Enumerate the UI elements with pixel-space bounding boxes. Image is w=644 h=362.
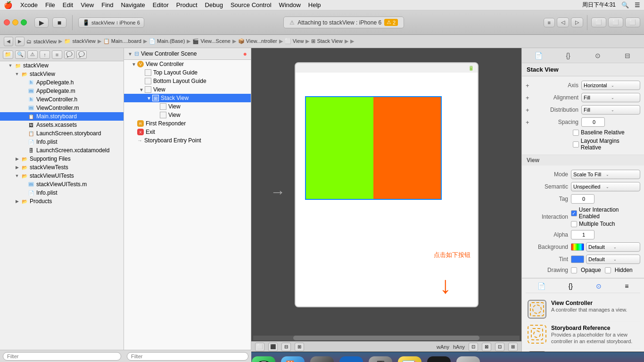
canvas-zoom-btn-1[interactable]: ⊡ — [469, 343, 478, 351]
scheme-picker[interactable]: 📱 stackView | iPhone 6 — [78, 17, 144, 28]
green-view[interactable] — [306, 97, 373, 199]
sidebar-item-stackviewtests[interactable]: 📂 stackViewTests — [0, 163, 124, 172]
scene-item-bottom-layout[interactable]: ▼ Bottom Layout Guide — [124, 77, 251, 85]
sidebar-icon-2[interactable]: 🔍 — [15, 50, 25, 59]
menu-navigate[interactable]: Navigate — [121, 1, 145, 8]
scene-item-first-responder[interactable]: ▼ R First Responder — [124, 119, 251, 128]
scene-item-view-child-2[interactable]: ▼ View — [124, 111, 251, 119]
background-color-swatch[interactable] — [571, 243, 584, 251]
sidebar-icon-3[interactable]: ⚠ — [27, 50, 38, 59]
obj-item-storyboard-ref[interactable]: Storyboard Reference Provides a placehol… — [526, 322, 640, 348]
scene-item-top-layout[interactable]: ▼ Top Layout Guide — [124, 68, 251, 77]
menu-source-control[interactable]: Source Control — [231, 1, 272, 8]
menu-editor[interactable]: Editor — [153, 1, 169, 8]
canvas-layout-btn-1[interactable]: ⬜ — [255, 343, 264, 351]
breadcrumb-viewcontroller[interactable]: 📦 View...ntroller — [238, 38, 277, 44]
zoom-window-button[interactable] — [21, 19, 27, 25]
dock-terminal[interactable]: ⌨ — [427, 356, 451, 362]
breadcrumb-mainboard[interactable]: 📋 Main....board — [103, 38, 141, 44]
sidebar-item-stackviewuitests[interactable]: 📂 stackViewUITests — [0, 172, 124, 180]
tag-input[interactable] — [571, 194, 594, 204]
dock-trash[interactable]: 🗑 — [456, 356, 480, 362]
scene-item-view[interactable]: ▼ View — [124, 85, 251, 94]
menu-product[interactable]: Product — [176, 1, 198, 8]
sidebar-item-viewcontroller-h[interactable]: h ViewController.h — [0, 95, 124, 104]
canvas-layout-btn-2[interactable]: ⬛ — [268, 343, 278, 351]
inspector-icon-attrs[interactable]: ⊟ — [622, 50, 633, 61]
canvas-zoom-btn-2[interactable]: ⊠ — [482, 343, 491, 351]
canvas-zoom-btn-3[interactable]: ⊡ — [495, 343, 504, 351]
distribution-plus-icon[interactable]: + — [526, 107, 533, 114]
alpha-input[interactable] — [571, 230, 594, 239]
sidebar-item-xcdatamodel[interactable]: 🗄 LaunchScreen.xcdatamodeld — [0, 146, 124, 155]
layout-btn-3[interactable]: ⬜ — [625, 17, 640, 27]
sidebar-item-products[interactable]: 📂 Products — [0, 197, 124, 206]
obj-library-icon-2[interactable]: {} — [569, 282, 573, 290]
dock-notes[interactable]: 📝 — [398, 356, 421, 362]
sidebar-item-supporting-files[interactable]: 📂 Supporting Files — [0, 155, 124, 163]
orange-view[interactable] — [373, 97, 441, 199]
menu-window[interactable]: Window — [279, 1, 301, 8]
multiple-touch-checkbox[interactable] — [571, 221, 577, 227]
tint-color-swatch[interactable] — [571, 255, 584, 263]
inspector-icon-file[interactable]: 📄 — [533, 50, 544, 61]
axis-select[interactable]: Horizontal ⌄ — [581, 81, 640, 90]
breadcrumb-stackview[interactable]: stackView — [33, 39, 57, 44]
sidebar-item-launchscreen[interactable]: 📋 LaunchScreen.storyboard — [0, 129, 124, 138]
nav-prev-button[interactable]: ◀ — [4, 37, 13, 46]
search-icon[interactable]: 🔍 — [621, 1, 629, 8]
minimize-window-button[interactable] — [12, 19, 18, 25]
menu-edit[interactable]: Edit — [63, 1, 73, 8]
breadcrumb-stackview-item[interactable]: ⊞ Stack View — [311, 38, 342, 44]
menu-help[interactable]: Help — [308, 1, 321, 8]
canvas-layout-btn-3[interactable]: ⊟ — [281, 343, 291, 351]
sidebar-item-stackview-root[interactable]: 📁 stackView — [0, 61, 124, 70]
alignment-plus-icon[interactable]: + — [526, 94, 533, 101]
obj-item-viewcontroller[interactable]: View Controller A controller that manage… — [526, 297, 640, 322]
alignment-select[interactable]: Fill ⌄ — [581, 93, 640, 102]
run-button[interactable]: ▶ — [34, 17, 49, 28]
close-window-button[interactable] — [4, 19, 10, 25]
panel-toggle-3[interactable]: ▷ — [571, 17, 583, 27]
inspector-icon-identity[interactable]: ⊙ — [592, 50, 603, 61]
tint-select[interactable]: Default ⌄ — [586, 255, 640, 264]
scene-item-view-child-1[interactable]: ▼ View — [124, 102, 251, 111]
menu-debug[interactable]: Debug — [205, 1, 223, 8]
opaque-checkbox[interactable] — [571, 267, 577, 273]
panel-toggle-2[interactable]: ◁ — [557, 17, 569, 27]
sidebar-item-stackviewuitests-m[interactable]: m stackViewUITests.m — [0, 180, 124, 189]
spacing-input[interactable] — [581, 117, 605, 127]
menu-xcode[interactable]: Xcode — [20, 1, 38, 8]
sidebar-icon-7[interactable]: 💬 — [76, 50, 87, 59]
semantic-select[interactable]: Unspecified ⌄ — [571, 182, 640, 191]
baseline-checkbox[interactable] — [573, 130, 579, 136]
mode-select[interactable]: Scale To Fill ⌄ — [571, 170, 640, 179]
sidebar-item-appdelegate-h[interactable]: h AppDelegate.h — [0, 78, 124, 87]
canvas-zoom-btn-4[interactable]: ⊞ — [508, 343, 518, 351]
breadcrumb-view[interactable]: ⬜ View — [285, 38, 304, 44]
nav-next-button[interactable]: ▶ — [15, 37, 25, 46]
stop-button[interactable]: ■ — [52, 17, 66, 28]
menu-icon[interactable]: ☰ — [635, 1, 640, 8]
apple-menu[interactable]: 🍎 — [4, 1, 13, 9]
scene-item-entry-point[interactable]: ▼ → Storyboard Entry Point — [124, 136, 251, 145]
obj-item-view[interactable]: View Represents a rectangular region in … — [526, 348, 640, 352]
background-select[interactable]: Default ⌄ — [586, 242, 640, 252]
sidebar-item-viewcontroller-m[interactable]: m ViewController.m — [0, 104, 124, 112]
sidebar-icon-6[interactable]: 💬 — [64, 50, 74, 59]
hidden-checkbox[interactable] — [605, 267, 611, 273]
dock-teamviewer[interactable]: TV — [339, 356, 363, 362]
sidebar-item-stackview[interactable]: 📂 stackView — [0, 70, 124, 78]
margins-checkbox[interactable] — [573, 141, 579, 148]
dock-github[interactable]: 🐙 — [310, 356, 334, 362]
dock-ios-sim[interactable]: 📱 — [369, 356, 392, 362]
dock-appstore[interactable]: 🏪 — [281, 356, 305, 362]
obj-library-icon-3[interactable]: ⊙ — [596, 282, 602, 290]
sidebar-icon-4[interactable]: ↑ — [40, 50, 50, 59]
layout-btn-1[interactable]: ⬜ — [591, 17, 606, 27]
sidebar-item-infoplist-2[interactable]: 📄 Info.plist — [0, 189, 124, 197]
scene-close-button[interactable]: ● — [243, 50, 247, 58]
spacing-plus-icon[interactable]: + — [526, 119, 533, 126]
breadcrumb-mainbase[interactable]: 📄 Main.(Base) — [149, 38, 185, 44]
menu-file[interactable]: File — [45, 1, 55, 8]
